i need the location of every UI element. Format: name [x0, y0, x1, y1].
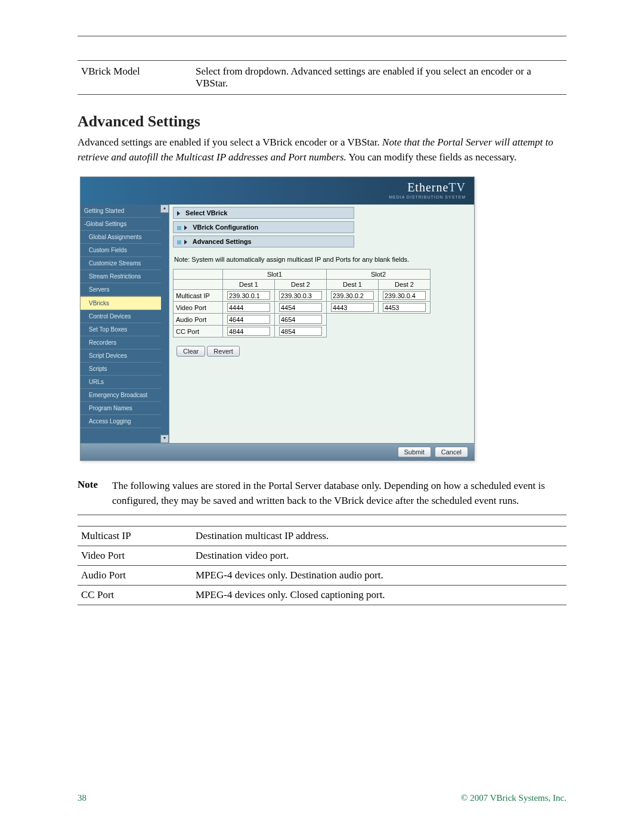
col-slot1: Slot1	[223, 270, 327, 280]
clear-button[interactable]: Clear	[177, 346, 205, 357]
cell	[275, 290, 327, 302]
sidebar-item[interactable]: URLs	[80, 376, 161, 389]
col-dest1-a: Dest 1	[223, 280, 275, 290]
sidebar-item[interactable]: -Global Settings	[80, 218, 161, 231]
table-row: Dest 1 Dest 2 Dest 1 Dest 2	[174, 280, 431, 290]
sidebar: ▴ Getting Started-Global SettingsGlobal …	[80, 205, 169, 443]
note-text: The following values are stored in the P…	[112, 479, 566, 508]
brand-text-2: TV	[448, 181, 466, 194]
field-desc: Destination video port.	[192, 546, 566, 565]
sidebar-item[interactable]: Program Names	[80, 402, 161, 415]
table-row: Audio Port	[174, 314, 431, 326]
sidebar-item[interactable]: Access Logging	[80, 415, 161, 428]
sidebar-list: Getting Started-Global SettingsGlobal As…	[80, 205, 169, 428]
sidebar-item[interactable]: Script Devices	[80, 349, 161, 363]
accordion-advanced-settings[interactable]: Advanced Settings	[173, 236, 354, 247]
blank-header	[174, 270, 223, 280]
field-desc: MPEG-4 devices only. Destination audio p…	[192, 565, 566, 585]
row-header: CC Port	[174, 326, 223, 337]
sidebar-item[interactable]: Customize Streams	[80, 257, 161, 270]
col-dest2-b: Dest 2	[379, 280, 431, 290]
table-row: Video PortDestination video port.	[78, 546, 566, 565]
field-name: Multicast IP	[78, 526, 192, 546]
settings-table: Slot1 Slot2 Dest 1 Dest 2 Dest 1 Dest 2 …	[173, 269, 431, 337]
sidebar-item[interactable]: Global Assignments	[80, 231, 161, 244]
sidebar-item[interactable]: Control Devices	[80, 310, 161, 323]
field-name: Audio Port	[78, 565, 192, 585]
revert-button[interactable]: Revert	[207, 346, 239, 357]
accordion-label: Advanced Settings	[193, 238, 252, 245]
cell	[223, 326, 275, 337]
page-footer: 38 © 2007 VBrick Systems, Inc.	[78, 793, 566, 803]
field-desc: Destination multicast IP address.	[192, 526, 566, 546]
brand-text-1: Etherne	[407, 181, 448, 194]
expand-icon	[177, 226, 181, 230]
accordion-vbrick-configuration[interactable]: VBrick Configuration	[173, 221, 354, 233]
value-input[interactable]	[279, 327, 322, 336]
app-footer: Submit Cancel	[80, 443, 474, 460]
cell	[275, 314, 327, 326]
scroll-up-icon[interactable]: ▴	[160, 205, 169, 213]
sidebar-item[interactable]: Emergency Broadcast	[80, 389, 161, 402]
table-row: VBrick Model Select from dropdown. Advan…	[78, 61, 566, 95]
app-screenshot: EtherneTV MEDIA DISTRIBUTION SYSTEM ▴ Ge…	[80, 176, 475, 461]
copyright: © 2007 VBrick Systems, Inc.	[461, 793, 566, 803]
sidebar-item[interactable]: VBricks	[80, 296, 161, 310]
value-input[interactable]	[383, 303, 426, 312]
sidebar-item[interactable]: Recorders	[80, 336, 161, 349]
chevron-right-icon	[184, 225, 187, 230]
table-row: CC Port	[174, 326, 431, 337]
note-block: Note The following values are stored in …	[78, 479, 566, 515]
main-panel: Select VBrick VBrick Configuration Advan…	[169, 205, 474, 443]
accordion-select-vbrick[interactable]: Select VBrick	[173, 207, 354, 219]
vbrick-model-table: VBrick Model Select from dropdown. Advan…	[78, 60, 566, 95]
cell	[275, 326, 327, 337]
sidebar-item[interactable]: Stream Restrictions	[80, 270, 161, 283]
cell	[379, 290, 431, 302]
value-input[interactable]	[279, 303, 322, 312]
field-name: CC Port	[78, 585, 192, 605]
vbrick-model-desc: Select from dropdown. Advanced settings …	[192, 61, 566, 95]
sidebar-item[interactable]: Servers	[80, 283, 161, 296]
inline-note: Note: System will automatically assign m…	[174, 256, 469, 263]
app-header: EtherneTV MEDIA DISTRIBUTION SYSTEM	[80, 177, 474, 205]
chevron-right-icon	[177, 211, 180, 216]
sidebar-item[interactable]: Getting Started	[80, 205, 161, 218]
cancel-button[interactable]: Cancel	[435, 447, 468, 457]
value-input[interactable]	[279, 315, 322, 324]
field-desc: MPEG-4 devices only. Closed captioning p…	[192, 585, 566, 605]
value-input[interactable]	[227, 327, 270, 336]
page: VBrick Model Select from dropdown. Advan…	[0, 0, 644, 833]
value-input[interactable]	[227, 303, 270, 312]
value-input[interactable]	[227, 315, 270, 324]
scroll-down-icon[interactable]: ▾	[160, 435, 169, 443]
sidebar-item[interactable]: Set Top Boxes	[80, 323, 161, 336]
cell	[223, 302, 275, 314]
row-header: Audio Port	[174, 314, 223, 326]
expand-icon	[177, 240, 181, 244]
col-slot2: Slot2	[327, 270, 431, 280]
row-header: Video Port	[174, 302, 223, 314]
value-input[interactable]	[227, 291, 270, 300]
app-body: ▴ Getting Started-Global SettingsGlobal …	[80, 205, 474, 443]
value-input[interactable]	[331, 303, 374, 312]
note-label: Note	[78, 479, 107, 508]
value-input[interactable]	[279, 291, 322, 300]
section-heading: Advanced Settings	[78, 113, 566, 131]
sidebar-item[interactable]: Custom Fields	[80, 244, 161, 257]
top-rule	[78, 36, 566, 36]
sidebar-item[interactable]: Scripts	[80, 363, 161, 376]
value-input[interactable]	[331, 291, 374, 300]
table-row: Video Port	[174, 302, 431, 314]
value-input[interactable]	[383, 291, 426, 300]
row-header: Multicast IP	[174, 290, 223, 302]
table-row: Multicast IPDestination multicast IP add…	[78, 526, 566, 546]
action-row: Clear Revert	[177, 346, 474, 357]
table-row: Audio PortMPEG-4 devices only. Destinati…	[78, 565, 566, 585]
submit-button[interactable]: Submit	[398, 447, 431, 457]
cell	[327, 302, 379, 314]
accordion-label: Select VBrick	[185, 209, 227, 216]
cell	[275, 302, 327, 314]
para-lead: Advanced settings are enabled if you sel…	[78, 137, 382, 148]
cell	[223, 290, 275, 302]
